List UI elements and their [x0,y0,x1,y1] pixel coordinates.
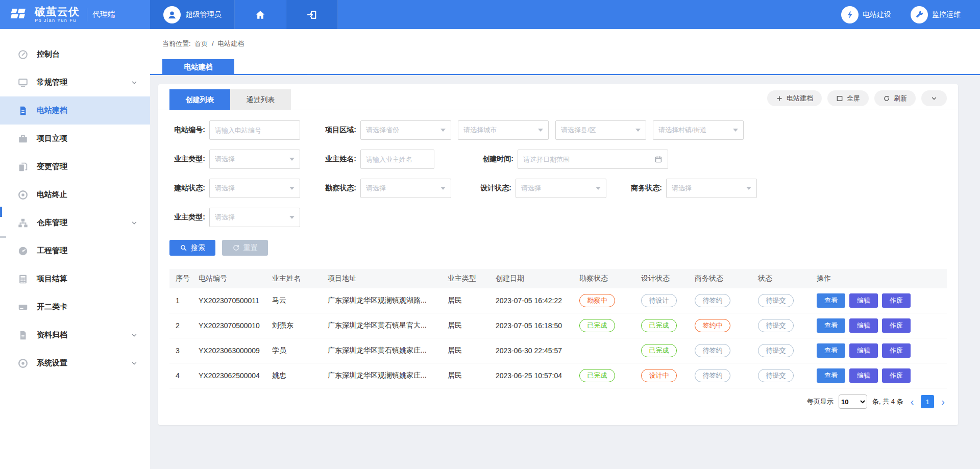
sidebar-item-project[interactable]: 项目立项 [0,125,150,153]
filter-field: 请选择城市 [458,120,549,140]
sidebar-item-label: 项目结算 [37,274,67,284]
toolbar-label: 刷新 [894,94,907,103]
wrench-icon [911,6,928,23]
sidebar-nav: 控制台常规管理电站建档项目立项变更管理电站终止仓库管理工程管理项目结算开二类卡资… [0,40,150,377]
caret-down-icon [538,129,543,132]
brand-subtitle: Po Jian Yun Fu [35,18,80,23]
cell-owner-type: 居民 [442,296,489,305]
home-button[interactable] [235,0,286,29]
search-button[interactable]: 搜索 [169,240,215,256]
status-badge: 待提交 [758,319,794,332]
cell-survey-status: 已完成 [573,369,635,382]
column-header: 操作 [811,274,943,283]
edit-button[interactable]: 编辑 [849,343,878,358]
filter-row-2: 业主类型:请选择业主姓名:创建时间: [169,150,947,169]
filter-field: 请选择县/区 [555,120,646,140]
refresh-button[interactable]: 刷新 [874,90,916,106]
filter-field: 业主姓名: [321,150,434,169]
collapse-button[interactable] [921,90,947,106]
select-input[interactable]: 请选择 [360,179,451,198]
status-badge: 勘察中 [579,294,615,307]
void-button[interactable]: 作废 [882,368,911,383]
logout-button[interactable] [286,0,338,29]
monitor-icon [17,77,29,88]
column-header: 商务状态 [689,274,752,283]
date-range-input[interactable] [518,150,668,169]
select-input[interactable]: 请选择 [209,208,300,227]
sidebar-item-card[interactable]: 开二类卡 [0,293,150,321]
view-button[interactable]: 查看 [817,343,845,358]
cell-actions: 查看编辑作废 [811,293,943,308]
card-icon [17,302,29,313]
cell-owner-type: 居民 [442,321,489,330]
view-button[interactable]: 查看 [817,318,845,333]
select-input[interactable]: 请选择 [209,179,300,198]
column-header: 状态 [752,274,811,283]
tab-create-list[interactable]: 创建列表 [169,89,230,110]
reset-button[interactable]: 重置 [222,240,268,256]
cell-status: 待提交 [752,319,811,332]
text-input[interactable] [360,150,434,169]
table-row: 2YX2023070500010刘强东广东深圳龙华区黄石镇星官大...居民202… [169,313,947,338]
caret-down-icon [635,129,641,132]
page-number-1[interactable]: 1 [921,395,934,408]
void-button[interactable]: 作废 [882,343,911,358]
status-badge: 待签约 [695,344,730,357]
fullscreen-button[interactable]: 全屏 [827,90,869,106]
caret-down-icon [596,187,601,190]
sidebar-item-label: 开二类卡 [37,302,67,312]
sidebar-item-archive[interactable]: 电站建档 [0,96,150,125]
next-page-button[interactable]: › [939,397,947,407]
select-input[interactable]: 请选择 [209,150,300,169]
caret-down-icon [746,187,751,190]
add-station-button[interactable]: 电站建档 [767,90,822,106]
void-button[interactable]: 作废 [882,318,911,333]
select-input[interactable]: 请选择村镇/街道 [653,120,744,140]
select-input[interactable]: 请选择 [666,179,757,198]
station-table: 序号电站编号业主姓名项目地址业主类型创建日期勘察状态设计状态商务状态状态操作 1… [169,269,947,388]
select-input[interactable]: 请选择省份 [360,120,451,140]
sidebar-item-settlement[interactable]: 项目结算 [0,265,150,293]
sidebar-item-console[interactable]: 控制台 [0,40,150,68]
sidebar-item-terminate[interactable]: 电站终止 [0,181,150,209]
nav-monitor-ops[interactable]: 监控运维 [911,0,961,29]
view-button[interactable]: 查看 [817,293,845,308]
edit-button[interactable]: 编辑 [849,368,878,383]
caret-down-icon [733,129,738,132]
prev-page-button[interactable]: ‹ [909,397,916,407]
cell-survey-status: 勘察中 [573,294,635,307]
breadcrumb-home[interactable]: 首页 [194,40,208,47]
select-input[interactable]: 请选择 [516,179,606,198]
sidebar-item-general[interactable]: 常规管理 [0,68,150,96]
tab-passed-list[interactable]: 通过列表 [230,89,291,110]
status-badge: 待设计 [641,294,677,307]
void-button[interactable]: 作废 [882,293,911,308]
sidebar-item-warehouse[interactable]: 仓库管理 [0,209,150,237]
sidebar-item-change[interactable]: 变更管理 [0,153,150,181]
user-menu[interactable]: 超级管理员 [150,0,235,29]
sidebar-item-files[interactable]: 资料归档 [0,321,150,349]
cell-business-status: 签约中 [689,319,752,332]
edit-button[interactable]: 编辑 [849,318,878,333]
cell-design-status: 待设计 [635,294,689,307]
status-badge: 待提交 [758,344,794,357]
page-header-strip: 当前位置: 首页 / 电站建档 电站建档 [150,29,980,75]
sidebar-item-engineering[interactable]: 工程管理 [0,237,150,265]
nav-station-build[interactable]: 电站建设 [841,0,891,29]
status-badge: 已完成 [641,344,677,357]
cell-index: 2 [169,322,192,330]
refresh-icon [883,95,890,102]
view-button[interactable]: 查看 [817,368,845,383]
cell-owner: 学员 [266,346,322,355]
table-row: 3YX2023063000009学员广东深圳龙华区黄石镇姚家庄...居民2023… [169,338,947,363]
status-badge: 待提交 [758,294,794,307]
logout-icon [306,9,317,20]
edit-button[interactable]: 编辑 [849,293,878,308]
per-page-select[interactable]: 10 [839,394,867,409]
page-tab-station-archive[interactable]: 电站建档 [162,59,234,75]
sitemap-icon [17,217,29,229]
select-input[interactable]: 请选择县/区 [555,120,646,140]
sidebar-item-settings[interactable]: 系统设置 [0,349,150,377]
select-input[interactable]: 请选择城市 [458,120,549,140]
text-input[interactable] [209,120,300,140]
